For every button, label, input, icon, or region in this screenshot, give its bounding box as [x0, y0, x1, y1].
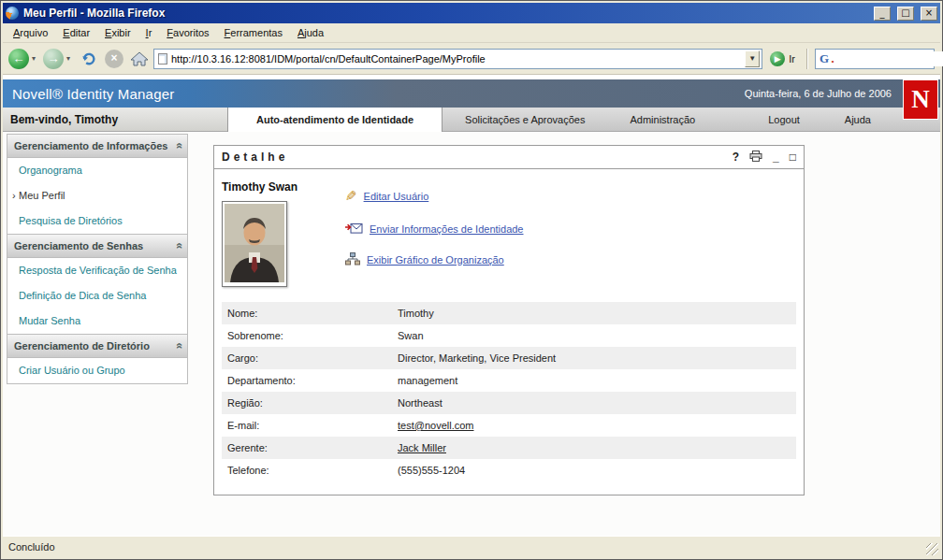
- org-chart-action[interactable]: Exibir Gráfico de Organização: [345, 252, 524, 267]
- novell-banner: Novell® Identity Manager Quinta-feira, 6…: [3, 79, 940, 108]
- edit-user-link[interactable]: Editar Usuário: [364, 191, 429, 202]
- pencil-icon: ✎: [345, 188, 357, 205]
- panel-title: Detalhe: [222, 151, 722, 164]
- print-icon[interactable]: [749, 151, 762, 164]
- go-button[interactable]: ▶ Ir: [765, 51, 800, 66]
- home-button[interactable]: [128, 48, 151, 70]
- panel-maximize-icon[interactable]: □: [790, 151, 796, 163]
- section-info-management[interactable]: Gerenciamento de Informações «: [7, 134, 187, 158]
- forward-button[interactable]: →: [43, 49, 64, 69]
- action-links: ✎ Editar Usuário: [345, 179, 524, 287]
- detail-panel: Detalhe ? _ □ Timoth: [213, 145, 805, 495]
- section-password-management[interactable]: Gerenciamento de Senhas «: [7, 234, 187, 258]
- url-input[interactable]: [171, 50, 741, 67]
- field-label: Departamento:: [222, 370, 392, 391]
- stop-button[interactable]: ×: [103, 48, 125, 70]
- user-full-name: Timothy Swan: [222, 180, 345, 194]
- brand-title: Novell® Identity Manager: [3, 86, 174, 102]
- resize-grip[interactable]: [926, 543, 938, 555]
- reload-icon: [80, 50, 98, 68]
- field-value: Northeast: [392, 393, 796, 413]
- toolbar-separator: [806, 49, 808, 69]
- home-icon: [130, 51, 149, 66]
- search-box: G .: [815, 49, 935, 69]
- field-row: Gerente: Jack Miller: [222, 437, 796, 459]
- window-title: Meu Perfil - Mozilla Firefox: [23, 7, 867, 20]
- field-value: Timothy: [392, 303, 796, 323]
- field-label: Região:: [222, 393, 392, 413]
- tab-administration[interactable]: Administração: [607, 108, 718, 131]
- section-directory-management[interactable]: Gerenciamento de Diretório «: [7, 334, 187, 358]
- field-value: management: [392, 370, 796, 391]
- search-input[interactable]: [836, 51, 943, 66]
- sidebar-item-resposta-verificacao[interactable]: Resposta de Verificação de Senha: [7, 258, 187, 283]
- browser-window: Meu Perfil - Mozilla Firefox _ □ × Arqui…: [0, 0, 943, 560]
- profile-fields: Nome: Timothy Sobrenome: Swan Cargo: Dir…: [222, 302, 796, 481]
- reload-button[interactable]: [78, 48, 100, 70]
- menu-favoritos[interactable]: Favoritos: [160, 25, 215, 40]
- send-identity-link[interactable]: Enviar Informações de Identidade: [370, 223, 524, 235]
- menu-exibir[interactable]: Exibir: [98, 25, 138, 40]
- field-row: Região: Northeast: [222, 392, 796, 414]
- minimize-button[interactable]: _: [874, 7, 891, 21]
- sidebar-item-organograma[interactable]: Organograma: [7, 158, 187, 183]
- tab-help[interactable]: Ajuda: [822, 108, 893, 131]
- edit-user-action[interactable]: ✎ Editar Usuário: [345, 188, 524, 205]
- field-label: Gerente:: [222, 438, 392, 458]
- field-row: E-mail: test@novell.com: [222, 414, 796, 437]
- navigation-toolbar: ← ▾ → ▾ × ▼ ▶ Ir G .: [3, 43, 940, 75]
- menu-editar[interactable]: Editar: [56, 25, 96, 40]
- status-bar: Concluído: [3, 536, 940, 557]
- section-title: Gerenciamento de Diretório: [14, 340, 150, 352]
- sidebar-item-mudar-senha[interactable]: Mudar Senha: [7, 309, 187, 334]
- org-chart-link[interactable]: Exibir Gráfico de Organização: [367, 254, 504, 266]
- tab-requests-approvals[interactable]: Solicitações e Aprovações: [442, 108, 607, 131]
- back-button[interactable]: ←: [8, 49, 29, 69]
- maximize-button[interactable]: □: [897, 7, 914, 21]
- field-row: Departamento: management: [222, 369, 796, 392]
- tab-identity-self-service[interactable]: Auto-atendimento de Identidade: [227, 108, 442, 132]
- sidebar-item-pesquisa-diretorios[interactable]: Pesquisa de Diretórios: [7, 208, 187, 234]
- page-icon: [158, 53, 167, 65]
- menu-ajuda[interactable]: Ajuda: [291, 25, 330, 40]
- url-dropdown-button[interactable]: ▼: [745, 50, 760, 67]
- close-button[interactable]: ×: [921, 7, 937, 21]
- status-text: Concluído: [8, 541, 55, 553]
- sidebar-nav: Gerenciamento de Informações « Organogra…: [7, 134, 188, 384]
- field-label: Sobrenome:: [222, 325, 392, 346]
- go-label: Ir: [789, 53, 795, 65]
- welcome-message: Bem-vindo, Timothy: [3, 108, 227, 131]
- help-icon[interactable]: ?: [733, 151, 739, 163]
- back-dropdown-icon[interactable]: ▾: [32, 54, 40, 63]
- menu-arquivo[interactable]: Arquivo: [7, 25, 54, 40]
- email-link[interactable]: test@novell.com: [392, 415, 796, 436]
- forward-dropdown-icon[interactable]: ▾: [66, 54, 75, 63]
- field-label: Telefone:: [222, 460, 392, 481]
- title-bar: Meu Perfil - Mozilla Firefox _ □ ×: [3, 3, 940, 23]
- tab-logout[interactable]: Logout: [746, 108, 822, 131]
- google-logo-dot: .: [831, 51, 834, 65]
- field-row: Telefone: (555)555-1204: [222, 459, 796, 481]
- user-photo: [222, 201, 287, 287]
- collapse-icon[interactable]: «: [172, 242, 187, 249]
- field-value: Director, Marketing, Vice President: [392, 348, 796, 368]
- google-logo-icon: G: [820, 51, 829, 66]
- panel-minimize-icon[interactable]: _: [773, 151, 779, 163]
- orgchart-icon: [345, 252, 360, 267]
- field-value: (555)555-1204: [392, 460, 796, 481]
- sidebar-item-criar-usuario-grupo[interactable]: Criar Usuário ou Grupo: [7, 358, 187, 383]
- send-identity-action[interactable]: Enviar Informações de Identidade: [345, 222, 524, 236]
- field-row: Nome: Timothy: [222, 302, 796, 324]
- sidebar-item-definicao-dica[interactable]: Definição de Dica de Senha: [7, 283, 187, 309]
- menu-ir[interactable]: Ir: [139, 25, 159, 40]
- collapse-icon[interactable]: «: [172, 342, 187, 349]
- page-viewport: Novell® Identity Manager Quinta-feira, 6…: [3, 75, 940, 536]
- sidebar-item-meu-perfil[interactable]: › Meu Perfil: [7, 183, 187, 208]
- manager-link[interactable]: Jack Miller: [392, 438, 796, 458]
- section-title: Gerenciamento de Senhas: [14, 240, 143, 251]
- menu-ferramentas[interactable]: Ferramentas: [218, 25, 289, 40]
- collapse-icon[interactable]: «: [172, 142, 187, 149]
- send-mail-icon: [345, 222, 363, 236]
- field-label: E-mail:: [222, 415, 392, 436]
- field-label: Cargo:: [222, 348, 392, 368]
